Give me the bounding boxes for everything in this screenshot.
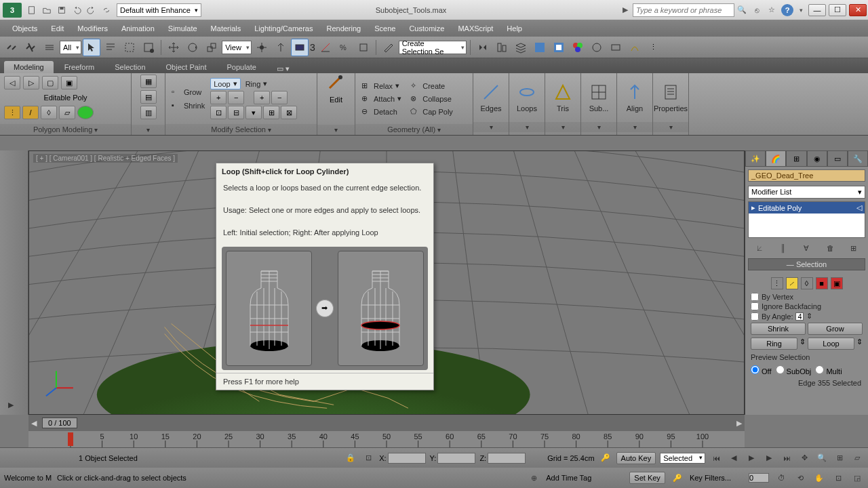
nav-fov-icon[interactable]: ▱	[850, 451, 864, 465]
track-next-icon[interactable]: ▶	[734, 419, 745, 428]
spinner-snap-icon[interactable]	[355, 39, 372, 56]
nav-zoom-icon[interactable]: 🔍	[815, 451, 829, 465]
autokey-button[interactable]: Auto Key	[616, 452, 656, 464]
collapse-button[interactable]: ⊗Collapse	[407, 93, 456, 105]
qat-open-icon[interactable]	[40, 3, 54, 17]
render-setup-icon[interactable]	[588, 39, 606, 56]
poly-next-icon[interactable]: ▷	[23, 76, 39, 89]
layers-icon[interactable]	[512, 39, 530, 56]
manipulate-icon[interactable]	[272, 39, 290, 56]
menu-animation[interactable]: Animation	[115, 22, 161, 35]
dot-ring-icon[interactable]: ⊞	[263, 106, 279, 119]
create-button[interactable]: ✧Create	[407, 80, 456, 92]
pin-stack-icon[interactable]: ⟀	[753, 241, 766, 255]
relax-button[interactable]: ⊞Relax ▾	[358, 80, 405, 92]
tris-button[interactable]: Tris	[545, 73, 580, 122]
constraint2-icon[interactable]: ▤	[140, 90, 157, 104]
make-unique-icon[interactable]: ∀	[800, 241, 813, 255]
shrink-button[interactable]: ▪Shrink	[168, 100, 208, 112]
constraint1-icon[interactable]: ▦	[140, 75, 157, 88]
cmd-tab-display-icon[interactable]: ▭	[827, 150, 848, 167]
subobj-poly-icon[interactable]: ▱	[59, 106, 75, 119]
so-polygon-icon[interactable]: ■	[816, 277, 828, 289]
subobj-vertex-icon[interactable]: ⋮	[4, 106, 20, 119]
menu-customize[interactable]: Customize	[402, 22, 451, 35]
schematic-icon[interactable]	[550, 39, 568, 56]
subdivision-button[interactable]: Sub...	[581, 73, 616, 122]
keyfilter-icon[interactable]: 🔑	[671, 471, 684, 485]
workspace-dropdown[interactable]: Default with Enhance▾	[117, 3, 201, 17]
keymode-dropdown[interactable]: Selected	[660, 453, 705, 464]
tab-selection[interactable]: Selection	[105, 61, 155, 73]
ignore-backfacing-checkbox[interactable]: Ignore Backfacing	[749, 302, 864, 311]
keyboard-shortcut-icon[interactable]	[291, 39, 309, 56]
menu-scene[interactable]: Scene	[368, 22, 402, 35]
iso-sel-icon[interactable]: ⊡	[361, 451, 375, 465]
loop-grow-icon[interactable]: +	[210, 91, 226, 104]
by-angle-checkbox[interactable]	[751, 312, 759, 321]
z-field[interactable]	[488, 453, 526, 464]
cmd-tab-motion-icon[interactable]: ◉	[807, 150, 827, 167]
selection-filter-dropdown[interactable]: All	[60, 41, 81, 54]
subobj-element-icon[interactable]	[77, 106, 94, 119]
snap-percent-icon[interactable]: %	[336, 39, 353, 56]
cmd-tab-modify-icon[interactable]: 🌈	[766, 150, 786, 167]
scale-icon[interactable]	[203, 39, 220, 56]
ring-button[interactable]: Ring ▾	[242, 78, 271, 89]
subobj-border-icon[interactable]: ◊	[41, 106, 57, 119]
nav-minmax-icon[interactable]: ◲	[850, 471, 864, 485]
menu-materials[interactable]: Materials	[204, 22, 248, 35]
lock-sel-icon[interactable]: 🔒	[344, 451, 357, 465]
menu-modifiers[interactable]: Modifiers	[71, 22, 115, 35]
bind-icon[interactable]	[41, 39, 58, 56]
ring-shrink-icon[interactable]: −	[271, 91, 288, 104]
viewport-label[interactable]: [ + ] [ Camera001 ] [ Realistic + Edged …	[33, 154, 178, 163]
so-element-icon[interactable]: ▣	[831, 277, 843, 289]
qat-redo-icon[interactable]	[85, 3, 98, 17]
cmd-tab-create-icon[interactable]: ✨	[745, 150, 766, 167]
nav-maxview-icon[interactable]: ⊡	[831, 471, 845, 485]
y-field[interactable]	[437, 453, 475, 464]
by-vertex-checkbox[interactable]: By Vertex	[749, 292, 864, 302]
grow-button[interactable]: ▫Grow	[168, 86, 208, 98]
constraint3-icon[interactable]: ▥	[140, 106, 157, 119]
snap-angle-icon[interactable]	[317, 39, 334, 56]
track-prev-icon[interactable]: ◀	[28, 419, 39, 428]
current-frame-field[interactable]	[749, 473, 769, 483]
cmd-tab-utilities-icon[interactable]: 🔧	[848, 150, 868, 167]
key-lock-icon[interactable]: 🔑	[599, 451, 612, 465]
group-modify-selection[interactable]: Modify Selection ▾	[165, 124, 317, 135]
qat-undo-icon[interactable]	[70, 3, 83, 17]
dot-ring2-icon[interactable]: ⊠	[281, 106, 297, 119]
play-anim-icon[interactable]: ▶	[745, 451, 758, 465]
remove-mod-icon[interactable]: 🗑	[823, 241, 837, 255]
menu-maxscript[interactable]: MAXScript	[451, 22, 500, 35]
loop-shrink-icon[interactable]: −	[228, 91, 244, 104]
rollout-selection-header[interactable]: — Selection	[748, 258, 865, 270]
select-object-icon[interactable]	[83, 39, 100, 56]
dot-loop3-icon[interactable]: ▾	[245, 106, 262, 119]
menu-help[interactable]: Help	[500, 22, 529, 35]
cappoly-button[interactable]: ⬠Cap Poly	[407, 106, 456, 118]
link-icon[interactable]	[3, 39, 20, 56]
goto-end-icon[interactable]: ⏭	[780, 451, 793, 465]
nav-pan2-icon[interactable]: ✋	[812, 471, 826, 485]
menu-edit[interactable]: Edit	[44, 22, 71, 35]
render-frame-icon[interactable]	[607, 39, 625, 56]
group-mini-a[interactable]: ▾	[132, 125, 165, 135]
key-filters-button[interactable]: Key Filters...	[690, 474, 731, 482]
qat-new-icon[interactable]	[25, 3, 39, 17]
time-slider[interactable]: 0 / 100	[42, 418, 77, 428]
more-icon[interactable]: ⋮	[645, 39, 663, 56]
group-geometry[interactable]: Geometry (All) ▾	[355, 124, 473, 135]
select-by-name-icon[interactable]	[102, 39, 119, 56]
preview-subobj-radio[interactable]: SubObj	[776, 365, 812, 375]
rect-region-icon[interactable]	[121, 39, 138, 56]
help-dropdown-icon[interactable]: ▾	[800, 7, 803, 14]
close-button[interactable]: ✕	[849, 4, 867, 16]
ribbon-expand-icon[interactable]: ▭ ▾	[277, 64, 290, 73]
configure-icon[interactable]: ⊞	[847, 241, 861, 255]
next-frame-icon[interactable]: ▶	[762, 451, 776, 465]
mirror-icon[interactable]	[474, 39, 492, 56]
stack-editable-poly[interactable]: ▸Editable Poly◁	[749, 202, 865, 214]
